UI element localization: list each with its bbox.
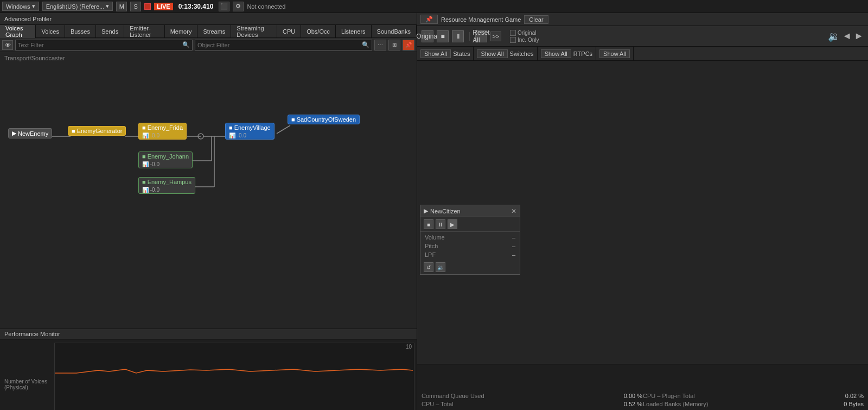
pitch-param-label: Pitch bbox=[425, 243, 438, 249]
status-row-2: CPU – Total 0.52 % bbox=[422, 400, 642, 408]
dialog-stop-btn[interactable]: ■ bbox=[424, 219, 433, 229]
checkbox-inc-only[interactable] bbox=[510, 37, 516, 43]
node-enemy-frida[interactable]: ■ Enemy_Frida 📊 -0.0 bbox=[138, 123, 187, 140]
svg-point-3 bbox=[198, 134, 203, 139]
tab-streaming-devices[interactable]: Streaming Devices bbox=[231, 25, 277, 38]
tab-sends[interactable]: Sends bbox=[96, 25, 124, 38]
status-label-0: Command Queue Used bbox=[422, 393, 484, 399]
show-all-extra-btn[interactable]: Show All bbox=[599, 49, 630, 58]
reset-all-btn[interactable]: Reset All bbox=[475, 30, 487, 42]
tab-memory[interactable]: Memory bbox=[165, 25, 198, 38]
search-icon: 🔍 bbox=[182, 41, 190, 48]
node-sad-country[interactable]: ■ SadCountryOfSweden bbox=[288, 115, 360, 124]
switches-section: Show All Switches bbox=[474, 47, 537, 60]
states-section: Show All States bbox=[417, 47, 474, 60]
tab-cpu[interactable]: CPU bbox=[277, 25, 301, 38]
tab-listeners[interactable]: Listeners bbox=[336, 25, 372, 38]
filter-row: 👁 🔍 🔍 ⋯ ⊞ 📌 bbox=[0, 38, 417, 52]
status-bar: Command Queue Used 0.00 % CPU – Plug-in … bbox=[417, 364, 868, 410]
dialog-header: ▶ NewCitizen ✕ bbox=[420, 205, 520, 217]
connections-svg bbox=[0, 52, 417, 329]
chart-svg-physical bbox=[55, 343, 414, 410]
eye-icon[interactable]: 👁 bbox=[2, 40, 13, 50]
lpf-param-row: LPF – bbox=[425, 251, 515, 258]
dialog-close-btn[interactable]: ✕ bbox=[511, 207, 516, 215]
right-panel: 📌 Resource Management Game Clear Origina… bbox=[417, 13, 868, 410]
node-icon: ■ bbox=[142, 179, 146, 185]
search-icon-2: 🔍 bbox=[362, 41, 369, 48]
tab-busses[interactable]: Busses bbox=[65, 25, 96, 38]
tab-soundbanks[interactable]: SoundBanks bbox=[372, 25, 417, 38]
node-enemy-village[interactable]: ■ EnemyVillage 📊 -0.0 bbox=[225, 123, 275, 140]
tab-streams[interactable]: Streams bbox=[197, 25, 231, 38]
chart-row-physical: Number of Voices(Physical) 10 0.0 bbox=[0, 342, 417, 410]
dialog-volume-btn[interactable]: 🔉 bbox=[436, 262, 445, 272]
pause-btn[interactable]: ⏸ bbox=[452, 30, 464, 42]
stop-btn[interactable]: ■ bbox=[437, 30, 449, 42]
dialog-pause-btn[interactable]: ⏸ bbox=[436, 219, 445, 229]
object-filter-input[interactable] bbox=[197, 42, 362, 48]
s-button[interactable]: S bbox=[130, 2, 141, 11]
status-row-0: Command Queue Used 0.00 % bbox=[422, 392, 642, 400]
perf-header: Performance Monitor bbox=[0, 329, 417, 339]
sep1 bbox=[469, 32, 470, 41]
show-all-rtpcs-btn[interactable]: Show All bbox=[541, 49, 571, 58]
rtpcs-label: RTPCs bbox=[573, 51, 592, 57]
dialog-title-icon: ▶ bbox=[424, 207, 428, 215]
text-filter-wrap: 🔍 bbox=[15, 40, 193, 51]
states-label: States bbox=[453, 51, 470, 57]
chart-label-physical: Number of Voices(Physical) bbox=[0, 342, 54, 410]
states-row: Show All States Show All Switches Show A… bbox=[417, 47, 868, 61]
soundcaster-game-label: Resource Management Game bbox=[441, 16, 521, 23]
status-value-0: 0.00 % bbox=[624, 393, 642, 399]
text-filter-input[interactable] bbox=[18, 42, 182, 48]
arrow-right-btn[interactable]: >> bbox=[490, 31, 501, 41]
pitch-param-row: Pitch – bbox=[425, 243, 515, 249]
settings-icon[interactable]: ⚙ bbox=[233, 2, 244, 11]
original-btn[interactable]: Original bbox=[422, 30, 433, 42]
capture-icon[interactable]: ⬛ bbox=[219, 2, 229, 11]
node-new-enemy[interactable]: ▶ NewEnemy bbox=[8, 128, 52, 138]
record-indicator bbox=[144, 3, 151, 10]
show-all-switches-btn[interactable]: Show All bbox=[477, 49, 507, 58]
checkbox-original[interactable] bbox=[510, 30, 516, 36]
transport-opts: Original Inc. Only bbox=[510, 30, 539, 43]
top-bar: Windows ▾ English(US) (Refere... ▾ M S L… bbox=[0, 0, 868, 13]
node-icon: ■ bbox=[142, 153, 146, 160]
pin-button[interactable]: 📌 bbox=[420, 15, 438, 24]
pitch-param-value: – bbox=[512, 243, 515, 249]
lpf-param-value: – bbox=[512, 251, 515, 258]
live-badge: LIVE bbox=[154, 3, 173, 10]
status-row-1: CPU – Plug-in Total 0.02 % bbox=[643, 392, 864, 400]
status-row-3: Loaded Banks (Memory) 0 Bytes bbox=[643, 400, 864, 408]
node-icon: ■ bbox=[291, 116, 295, 123]
show-all-states-btn[interactable]: Show All bbox=[420, 49, 451, 58]
svg-line-9 bbox=[277, 125, 290, 134]
language-dropdown[interactable]: English(US) (Refere... ▾ bbox=[42, 2, 113, 11]
filter-menu-btn[interactable]: ⋯ bbox=[374, 40, 386, 51]
dialog-controls: ■ ⏸ ▶ bbox=[420, 217, 520, 232]
clear-button[interactable]: Clear bbox=[524, 15, 548, 24]
pitch-icon: ◄ bbox=[842, 30, 852, 42]
timer: 0:13:30.410 bbox=[178, 3, 214, 10]
perf-monitor: Performance Monitor Number of Voices(Phy… bbox=[0, 329, 417, 410]
tab-voices-graph[interactable]: Voices Graph bbox=[0, 25, 36, 38]
adv-profiler-header: Advanced Profiler bbox=[0, 13, 417, 25]
chart-max-physical: 10 bbox=[406, 344, 412, 350]
node-enemy-hampus[interactable]: ■ Enemy_Hampus 📊 -0.0 bbox=[138, 177, 195, 194]
node-enemy-johann[interactable]: ■ Enemy_Johann 📊 -0.0 bbox=[138, 152, 193, 168]
tab-obs-occ[interactable]: Obs/Occ bbox=[301, 25, 336, 38]
filter-pin-btn[interactable]: 📌 bbox=[403, 40, 414, 51]
dialog-loop-btn[interactable]: ↺ bbox=[424, 262, 433, 272]
m-button[interactable]: M bbox=[116, 2, 127, 11]
tab-emitter-listener[interactable]: Emitter-Listener bbox=[124, 25, 164, 38]
filter-options-btn[interactable]: ⊞ bbox=[388, 40, 400, 51]
dialog-play-btn[interactable]: ▶ bbox=[448, 219, 457, 229]
windows-dropdown[interactable]: Windows ▾ bbox=[2, 2, 39, 11]
tab-voices[interactable]: Voices bbox=[36, 25, 65, 38]
chart-area-physical: 10 0.0 bbox=[54, 343, 414, 410]
node-enemy-generator[interactable]: ■ EnemyGenerator bbox=[68, 126, 126, 136]
node-icon: ■ bbox=[229, 124, 233, 131]
volume-param-value: – bbox=[512, 234, 515, 241]
left-panel: Advanced Profiler Voices Graph Voices Bu… bbox=[0, 13, 417, 410]
